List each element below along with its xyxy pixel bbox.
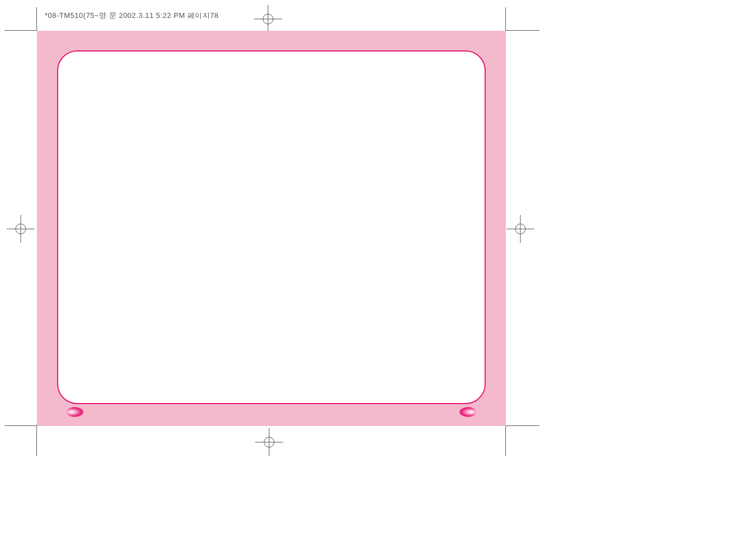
registration-mark-icon (254, 5, 282, 33)
crop-mark (505, 425, 506, 456)
decorative-oval-icon (459, 407, 476, 417)
crop-mark (36, 425, 37, 456)
crop-mark (36, 7, 37, 31)
registration-mark-icon (7, 215, 35, 243)
content-frame (57, 50, 486, 404)
registration-mark-icon (506, 215, 534, 243)
registration-mark-icon (255, 428, 283, 456)
crop-mark (506, 425, 539, 426)
crop-mark (506, 30, 539, 31)
file-header-text: *08-TM510(75~영 문 2002.3.11 5:22 PM 페이지78 (45, 11, 219, 21)
page-background (37, 31, 506, 426)
decorative-oval-icon (67, 407, 83, 417)
crop-mark (4, 425, 36, 426)
crop-mark (505, 7, 506, 31)
crop-mark (4, 30, 36, 31)
